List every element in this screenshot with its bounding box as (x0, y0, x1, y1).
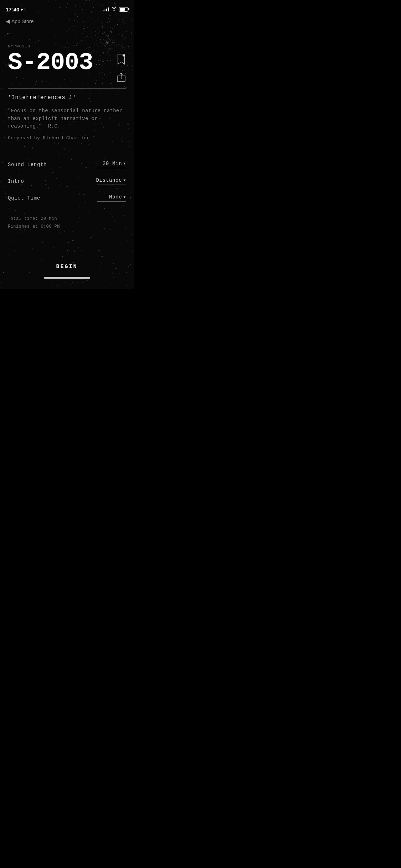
app-store-label: App Store (11, 19, 34, 24)
nav-back-arrow: ◀ (6, 18, 10, 25)
sound-length-value[interactable]: 20 Min ▼ (103, 161, 126, 166)
quiet-time-underline (97, 201, 126, 202)
track-description: "Focus on the sensorial nature rather th… (8, 107, 126, 130)
signal-bars (103, 7, 109, 11)
intro-value-wrapper[interactable]: Distance ▼ (96, 177, 126, 185)
back-row: ← (0, 27, 134, 44)
battery-icon (119, 7, 128, 12)
title-icons (117, 51, 126, 84)
summary-section: Total time: 20 Min Finishes at 6:00 PM (0, 205, 134, 231)
sound-length-underline (97, 168, 126, 168)
signal-bar-1 (103, 10, 104, 11)
intro-value[interactable]: Distance ▼ (96, 177, 126, 183)
signal-bar-4 (108, 7, 109, 11)
track-subtitle: 'Interreferences.1' (8, 94, 126, 101)
intro-underline (97, 185, 126, 185)
quiet-time-label: Quiet Time (8, 195, 40, 201)
intro-label: Intro (8, 179, 24, 184)
quiet-time-value-wrapper[interactable]: None ▼ (97, 194, 126, 202)
quiet-time-row: Quiet Time None ▼ (8, 188, 126, 205)
quiet-time-dropdown-arrow: ▼ (123, 195, 126, 199)
title-row: S-2003 (8, 51, 126, 84)
home-indicator (44, 277, 90, 279)
signal-bar-3 (106, 9, 107, 11)
main-content: HYPNOSIS S-2003 (0, 44, 134, 141)
status-time: 17:40 (6, 6, 19, 12)
sound-length-value-wrapper[interactable]: 20 Min ▼ (97, 161, 126, 168)
divider (8, 88, 126, 89)
track-composer: Composed by Richard Chartier (8, 135, 126, 141)
main-title: S-2003 (8, 51, 93, 75)
back-button[interactable]: ← (7, 30, 12, 38)
finishes-at-label: Finishes at 6:00 PM (8, 223, 126, 231)
status-right (103, 6, 128, 12)
sound-length-dropdown-arrow: ▼ (123, 162, 126, 166)
begin-button[interactable]: BEGIN (49, 261, 84, 273)
total-time-label: Total time: 20 Min (8, 215, 126, 223)
quiet-time-value[interactable]: None ▼ (109, 194, 126, 200)
settings-section: Sound Length 20 Min ▼ Intro Distance ▼ Q… (0, 155, 134, 205)
bookmark-icon[interactable] (117, 53, 126, 67)
intro-row: Intro Distance ▼ (8, 172, 126, 188)
app-store-back[interactable]: ◀ App Store (6, 18, 34, 25)
intro-dropdown-arrow: ▼ (123, 179, 126, 182)
share-icon[interactable] (117, 73, 126, 84)
signal-bar-2 (104, 9, 106, 11)
status-bar: 17:40 ▶ (0, 0, 134, 16)
status-left: 17:40 ▶ (6, 6, 23, 12)
category-label: HYPNOSIS (8, 44, 126, 48)
sound-length-label: Sound Length (8, 162, 47, 167)
wifi-icon (111, 6, 117, 12)
location-icon: ▶ (21, 7, 23, 12)
nav-bar: ◀ App Store (0, 16, 134, 27)
begin-section: BEGIN (0, 261, 134, 279)
sound-length-row: Sound Length 20 Min ▼ (8, 155, 126, 172)
